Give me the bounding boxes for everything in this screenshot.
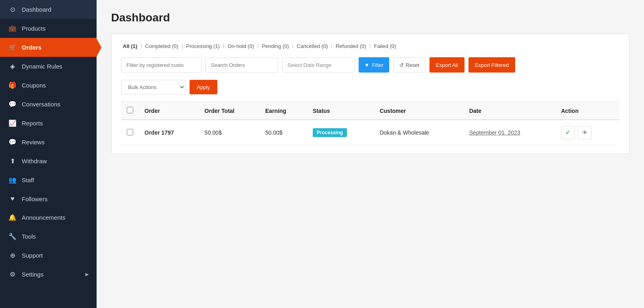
col-header-Customer: Customer bbox=[374, 102, 463, 120]
tab-separator: | bbox=[292, 42, 293, 50]
sidebar-item-label: Withdraw bbox=[22, 158, 89, 164]
col-header-Order: Order bbox=[139, 102, 199, 120]
action-cell: ✓ 👁 bbox=[555, 120, 619, 146]
customer-filter-input[interactable] bbox=[121, 57, 202, 73]
conversations-icon: 💬 bbox=[8, 100, 17, 108]
sidebar-item-label: Support bbox=[22, 252, 89, 259]
tab-separator: | bbox=[140, 42, 142, 50]
select-all-checkbox[interactable] bbox=[127, 107, 133, 113]
bulk-actions-select[interactable]: Bulk Actions bbox=[121, 80, 186, 94]
tab-on-hold[interactable]: On-hold (0) bbox=[226, 42, 256, 50]
export-all-button[interactable]: Export All bbox=[429, 57, 464, 73]
sidebar-item-dynamic-rules[interactable]: ◈ Dynamic Rules bbox=[0, 57, 97, 76]
order-name: Order 1797 bbox=[144, 129, 174, 136]
sidebar-item-announcements[interactable]: 🔔 Announcements bbox=[0, 208, 97, 227]
col-header-Order Total: Order Total bbox=[199, 102, 260, 120]
tab-refunded[interactable]: Refunded (0) bbox=[334, 42, 368, 50]
filter-label: Filter bbox=[372, 62, 384, 68]
status-badge: Processing bbox=[313, 128, 347, 137]
col-header-Earning: Earning bbox=[260, 102, 307, 120]
col-header-Action: Action bbox=[555, 102, 619, 120]
sidebar-item-orders[interactable]: 🛒 Orders bbox=[0, 38, 97, 57]
row-checkbox[interactable] bbox=[127, 129, 133, 135]
announcements-icon: 🔔 bbox=[8, 214, 17, 221]
sidebar-item-label: Products bbox=[22, 25, 89, 32]
order-total: 50.00$ bbox=[204, 129, 222, 136]
sidebar-item-label: Followers bbox=[22, 196, 89, 202]
sidebar-item-label: Staff bbox=[22, 177, 89, 183]
filter-icon: ▼ bbox=[364, 62, 369, 68]
filter-button[interactable]: ▼ Filter bbox=[359, 57, 389, 73]
sidebar-item-coupons[interactable]: 🎁 Coupons bbox=[0, 76, 97, 95]
products-icon: 💼 bbox=[8, 25, 17, 32]
followers-icon: ♥ bbox=[8, 195, 17, 202]
sidebar-item-label: Dynamic Rules bbox=[22, 63, 89, 70]
sidebar-item-support[interactable]: ⊕ Support bbox=[0, 246, 97, 265]
sidebar-item-reviews[interactable]: 💬 Reviews bbox=[0, 133, 97, 152]
sidebar-item-followers[interactable]: ♥ Followers bbox=[0, 189, 97, 208]
order-earning: 50.00$ bbox=[265, 129, 283, 136]
tools-icon: 🔧 bbox=[8, 233, 17, 240]
main-content: Dashboard All (1) | Completed (0) | Proc… bbox=[97, 0, 644, 308]
sidebar-item-settings[interactable]: ⚙ Settings ▶ bbox=[0, 265, 97, 284]
reset-icon: ↺ bbox=[399, 62, 404, 68]
settings-icon: ⚙ bbox=[8, 271, 17, 278]
sidebar-item-label: Conversations bbox=[22, 101, 89, 108]
dynamic-rules-icon: ◈ bbox=[8, 62, 17, 70]
row-checkbox-cell bbox=[121, 120, 139, 146]
filter-row: Select Date Range ▼ Filter ↺ Reset Expor… bbox=[121, 57, 619, 73]
tab-pending[interactable]: Pending (0) bbox=[260, 42, 291, 50]
export-filtered-button[interactable]: Export Filtered bbox=[469, 57, 516, 73]
sidebar-item-dashboard[interactable]: ⊙ Dashboard bbox=[0, 0, 97, 19]
tab-separator: | bbox=[182, 42, 183, 50]
order-date: September 01, 2023 bbox=[469, 129, 520, 136]
coupons-icon: 🎁 bbox=[8, 81, 17, 89]
order-total-cell: 50.00$ bbox=[199, 120, 260, 146]
search-orders-input[interactable] bbox=[206, 57, 278, 73]
complete-action-button[interactable]: ✓ bbox=[561, 126, 575, 139]
col-header-checkbox bbox=[121, 102, 139, 120]
status-cell: Processing bbox=[307, 120, 374, 146]
settings-arrow-icon: ▶ bbox=[85, 272, 89, 277]
reports-icon: 📈 bbox=[8, 119, 17, 127]
support-icon: ⊕ bbox=[8, 252, 17, 259]
customer-name: Dokan & Wholesale bbox=[380, 129, 429, 136]
date-range-button[interactable]: Select Date Range bbox=[282, 57, 355, 73]
sidebar: ⊙ Dashboard 💼 Products 🛒 Orders ◈ Dynami… bbox=[0, 0, 97, 308]
tab-processing[interactable]: Processing (1) bbox=[184, 42, 221, 50]
orders-icon: 🛒 bbox=[8, 44, 17, 51]
reviews-icon: 💬 bbox=[8, 138, 17, 146]
orders-card: All (1) | Completed (0) | Processing (1)… bbox=[111, 34, 630, 154]
date-cell: September 01, 2023 bbox=[464, 120, 555, 146]
view-action-button[interactable]: 👁 bbox=[578, 126, 592, 139]
bulk-actions-row: Bulk Actions Apply bbox=[121, 80, 619, 94]
sidebar-item-withdraw[interactable]: ⬆ Withdraw bbox=[0, 152, 97, 171]
order-name-cell: Order 1797 bbox=[139, 120, 199, 146]
tab-separator: | bbox=[331, 42, 332, 50]
sidebar-item-staff[interactable]: 👥 Staff bbox=[0, 171, 97, 189]
sidebar-item-tools[interactable]: 🔧 Tools bbox=[0, 227, 97, 246]
sidebar-item-conversations[interactable]: 💬 Conversations bbox=[0, 95, 97, 114]
tab-all[interactable]: All (1) bbox=[121, 42, 139, 50]
staff-icon: 👥 bbox=[8, 176, 17, 184]
sidebar-item-label: Reviews bbox=[22, 139, 89, 146]
sidebar-item-label: Settings bbox=[22, 271, 80, 278]
tab-completed[interactable]: Completed (0) bbox=[144, 42, 180, 50]
col-header-Date: Date bbox=[464, 102, 555, 120]
tab-failed[interactable]: Failed (0) bbox=[372, 42, 398, 50]
page-title: Dashboard bbox=[111, 11, 630, 24]
sidebar-item-reports[interactable]: 📈 Reports bbox=[0, 114, 97, 133]
sidebar-item-products[interactable]: 💼 Products bbox=[0, 19, 97, 38]
reset-label: Reset bbox=[406, 62, 419, 68]
withdraw-icon: ⬆ bbox=[8, 157, 17, 165]
reset-button[interactable]: ↺ Reset bbox=[393, 57, 425, 73]
tab-separator: | bbox=[369, 42, 371, 50]
sidebar-item-label: Coupons bbox=[22, 82, 89, 89]
apply-button[interactable]: Apply bbox=[190, 80, 217, 94]
sidebar-item-label: Dashboard bbox=[22, 6, 89, 13]
sidebar-item-label: Reports bbox=[22, 120, 89, 127]
dashboard-icon: ⊙ bbox=[8, 6, 17, 13]
tab-separator: | bbox=[223, 42, 224, 50]
orders-table: OrderOrder TotalEarningStatusCustomerDat… bbox=[121, 102, 619, 146]
tab-cancelled[interactable]: Cancelled (0) bbox=[295, 42, 329, 50]
